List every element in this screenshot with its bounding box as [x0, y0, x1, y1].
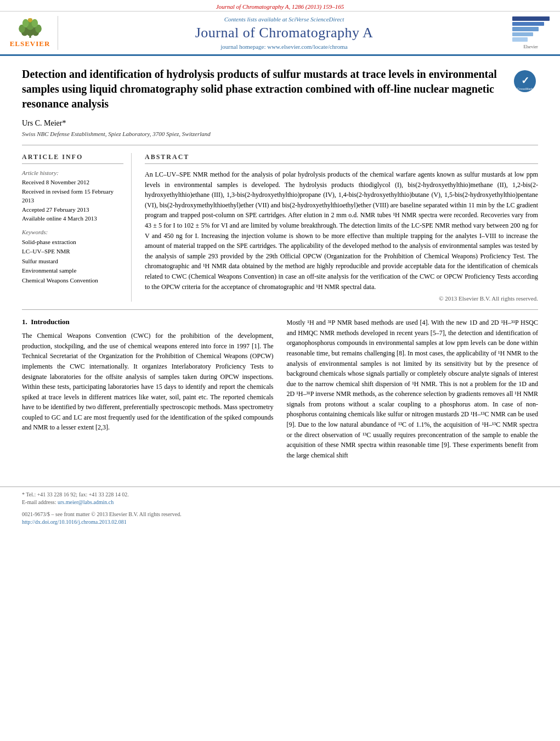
section1-title: 1. Introduction [22, 318, 274, 326]
article-title: Detection and identification of hydrolys… [22, 67, 503, 111]
author-affiliation: Swiss NBC Defense Establishment, Spiez L… [22, 131, 503, 137]
footer-spacer [22, 507, 538, 511]
journal-center: Contents lists available at SciVerse Sci… [65, 16, 504, 50]
article-title-section: Detection and identification of hydrolys… [22, 67, 538, 145]
sciverse-prefix: Contents lists available at [224, 16, 287, 22]
history-label: Article history: [22, 169, 123, 176]
crossmark-badge: ✓ CrossMark [512, 67, 538, 137]
journal-homepage: journal homepage: www.elsevier.com/locat… [220, 43, 347, 50]
page-footer: * Tel.: +41 33 228 16 92; fax: +41 33 22… [0, 487, 560, 525]
keywords-group: Keywords: Solid-phase extraction LC–UV–S… [22, 229, 123, 286]
logo-bar-1 [512, 16, 550, 21]
journal-ref-text: Journal of Chromatography A, 1286 (2013)… [216, 3, 344, 10]
homepage-url: www.elsevier.com/locate/chroma [267, 43, 348, 50]
received-date: Received 8 November 2012 [22, 178, 123, 187]
article-info-abstract: ARTICLE INFO Article history: Received 8… [22, 153, 538, 310]
footer-email-line: E-mail address: urs.meier@labs.admin.ch [22, 499, 538, 505]
section1-title-text: Introduction [31, 318, 70, 326]
intro-paragraph1: The Chemical Weapons Convention (CWC) fo… [22, 331, 274, 433]
body-col-right: Mostly ¹H and ³¹P NMR based methods are … [287, 318, 539, 465]
svg-point-7 [22, 19, 29, 27]
logo-text: Elsevier [512, 44, 550, 49]
article-history: Article history: Received 8 November 201… [22, 169, 123, 223]
keyword-3: Sulfur mustard [22, 257, 123, 267]
keywords-label: Keywords: [22, 229, 123, 235]
svg-rect-10 [29, 20, 31, 22]
page: Journal of Chromatography A, 1286 (2013)… [0, 0, 560, 741]
footer-issn: 0021-9673/$ – see front matter © 2013 El… [22, 511, 538, 517]
elsevier-wordmark: ELSEVIER [10, 39, 50, 48]
right-decoration: Elsevier [512, 16, 550, 49]
abstract-text: An LC–UV–SPE NMR method for the analysis… [145, 169, 538, 292]
keyword-4: Environmental sample [22, 266, 123, 276]
main-content: Detection and identification of hydrolys… [0, 56, 560, 476]
body-content: 1. Introduction The Chemical Weapons Con… [22, 318, 538, 465]
logo-bar-4 [512, 32, 533, 37]
homepage-label: journal homepage: [220, 43, 265, 50]
journal-reference-bar: Journal of Chromatography A, 1286 (2013)… [0, 0, 560, 12]
email-label: E-mail address: [22, 499, 56, 505]
elsevier-tree-icon [16, 18, 44, 38]
logo-bar-3 [512, 27, 539, 31]
footer-footnote: * Tel.: +41 33 228 16 92; fax: +41 33 22… [22, 491, 538, 497]
crossmark-icon: ✓ CrossMark [513, 69, 537, 93]
logo-bar-5 [512, 37, 528, 42]
footer-doi: http://dx.doi.org/10.1016/j.chroma.2013.… [22, 519, 538, 525]
journal-right-logo: Elsevier [510, 16, 551, 50]
footnote-symbol: * [22, 491, 25, 497]
copyright-line: © 2013 Elsevier B.V. All rights reserved… [145, 295, 538, 302]
abstract-heading: ABSTRACT [145, 153, 538, 164]
footer-tel: Tel.: +41 33 228 16 92; fax: +41 33 228 … [26, 491, 129, 497]
svg-text:CrossMark: CrossMark [517, 87, 533, 90]
abstract-col: ABSTRACT An LC–UV–SPE NMR method for the… [145, 153, 538, 302]
keyword-1: Solid-phase extraction [22, 237, 123, 247]
available-date: Available online 4 March 2013 [22, 214, 123, 223]
keyword-2: LC–UV–SPE NMR [22, 247, 123, 257]
journal-title: Journal of Chromatography A [195, 25, 374, 41]
author-name: Urs C. Meier* [22, 119, 503, 128]
section1-num: 1. [22, 318, 27, 326]
svg-text:✓: ✓ [521, 75, 529, 86]
svg-point-8 [31, 19, 38, 27]
logo-bar-2 [512, 22, 544, 26]
keyword-5: Chemical Weapons Convention [22, 276, 123, 286]
article-info-col: ARTICLE INFO Article history: Received 8… [22, 153, 132, 302]
sciverse-link-text: SciVerse ScienceDirect [289, 16, 344, 22]
header-section: ELSEVIER Contents lists available at Sci… [0, 12, 560, 55]
received-revised-date: Received in revised form 15 February 201… [22, 187, 123, 205]
accepted-date: Accepted 27 February 2013 [22, 205, 123, 214]
article-title-text: Detection and identification of hydrolys… [22, 67, 503, 137]
intro-paragraph2: Mostly ¹H and ³¹P NMR based methods are … [287, 318, 539, 460]
article-info-heading: ARTICLE INFO [22, 153, 123, 164]
body-col-left: 1. Introduction The Chemical Weapons Con… [22, 318, 274, 465]
elsevier-logo: ELSEVIER [9, 16, 58, 50]
author-name-text: Urs C. Meier* [22, 119, 66, 127]
email-address: urs.meier@labs.admin.ch [58, 499, 114, 505]
sciverse-line: Contents lists available at SciVerse Sci… [224, 16, 344, 22]
